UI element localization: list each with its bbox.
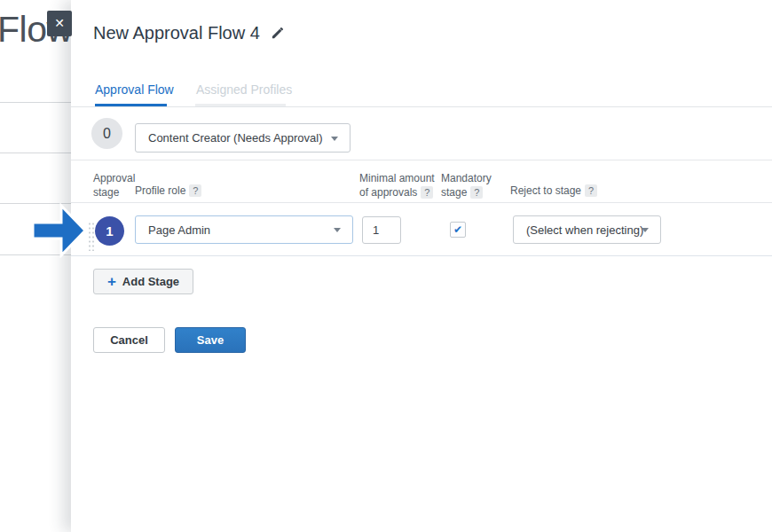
row-drag-handle[interactable] [88, 222, 96, 251]
header-text: Reject to stage [510, 184, 581, 197]
column-header-mandatory-stage: Mandatory stage? [441, 171, 492, 200]
header-text: stage [441, 186, 467, 199]
close-icon: ✕ [54, 16, 65, 30]
stage-zero-role-select-value: Content Creator (Needs Approval) [136, 131, 323, 145]
cancel-button[interactable]: Cancel [93, 327, 165, 353]
background-table-row-divider [0, 153, 72, 153]
column-header-profile-role: Profile role? [135, 184, 201, 198]
header-text: Profile role [135, 184, 185, 197]
mandatory-stage-checkbox[interactable]: ✔ [450, 222, 466, 238]
chevron-down-icon [331, 137, 338, 141]
help-icon[interactable]: ? [421, 186, 433, 199]
column-header-minimal-approvals: Minimal amount of approvals? [359, 171, 435, 200]
approval-flow-modal: ✕ New Approval Flow 4 Approval Flow Assi… [71, 0, 772, 532]
header-text: Approval [93, 172, 135, 184]
add-stage-label: Add Stage [122, 275, 179, 288]
background-table-row-divider [0, 102, 72, 103]
stage-one-badge: 1 [95, 216, 124, 246]
pointer-arrow-icon [31, 203, 88, 258]
header-divider [71, 202, 772, 203]
screen: Flows ✕ New Approval Flow 4 Approval Flo… [0, 0, 772, 532]
row-divider [71, 255, 772, 256]
stage-zero-badge: 0 [91, 118, 122, 149]
modal-header: New Approval Flow 4 [93, 23, 284, 43]
modal-title: New Approval Flow 4 [93, 23, 260, 43]
header-text: of approvals [359, 186, 417, 199]
reject-to-stage-select-value: (Select when rejecting) [514, 223, 643, 237]
column-header-reject-to-stage: Reject to stage? [510, 184, 597, 198]
tab-approval-flow[interactable]: Approval Flow [95, 82, 174, 97]
add-stage-button[interactable]: + Add Stage [93, 269, 193, 294]
help-icon[interactable]: ? [470, 186, 483, 199]
plus-icon: + [107, 274, 116, 289]
section-divider [71, 160, 772, 160]
profile-role-select[interactable]: Page Admin [135, 215, 353, 244]
stage-zero-role-select[interactable]: Content Creator (Needs Approval) [135, 123, 351, 153]
close-button[interactable]: ✕ [47, 11, 72, 36]
checkmark-icon: ✔ [453, 223, 462, 236]
min-approvals-input[interactable] [362, 216, 401, 244]
tab-approval-flow-underline [95, 104, 167, 106]
tab-assigned-profiles[interactable]: Assigned Profiles [196, 82, 292, 97]
reject-to-stage-select[interactable]: (Select when rejecting) [513, 215, 661, 244]
header-text: stage [93, 186, 119, 199]
chevron-down-icon [642, 228, 649, 232]
help-icon[interactable]: ? [585, 184, 597, 197]
profile-role-select-value: Page Admin [136, 223, 210, 237]
tabbar-divider [71, 106, 772, 107]
help-icon[interactable]: ? [189, 184, 201, 197]
header-text: Minimal amount [359, 172, 435, 184]
column-header-approval-stage: Approval stage [93, 171, 135, 200]
header-text: Mandatory [441, 172, 492, 184]
save-button[interactable]: Save [175, 327, 246, 353]
chevron-down-icon [334, 228, 341, 232]
edit-title-icon[interactable] [271, 27, 284, 40]
